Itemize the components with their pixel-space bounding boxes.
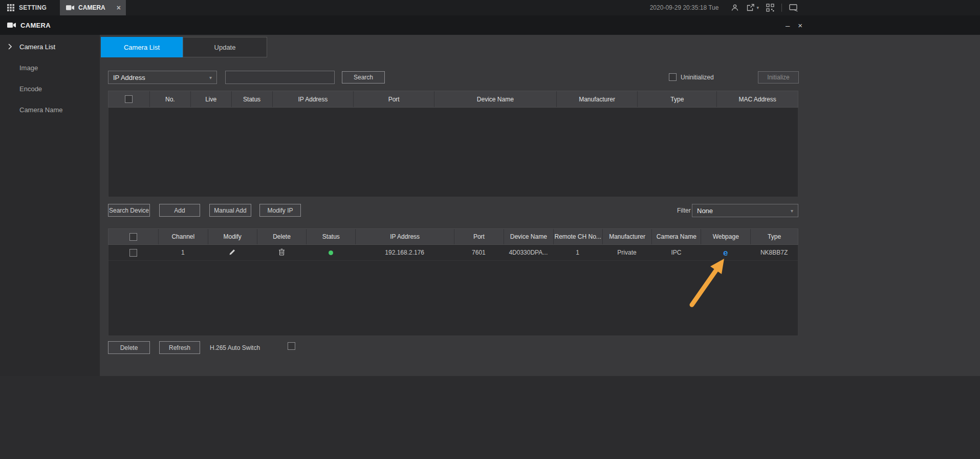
camera-icon xyxy=(66,5,74,11)
column-header[interactable]: Live xyxy=(190,91,231,107)
sidebar-item-camera-list[interactable]: Camera List xyxy=(0,36,100,57)
close-window-icon[interactable]: × xyxy=(798,21,802,30)
column-header[interactable]: Modify xyxy=(208,229,257,244)
column-header[interactable]: Manufacturer xyxy=(602,229,652,244)
sidebar-item-label: Image xyxy=(19,64,38,72)
filter-value: None xyxy=(697,207,713,215)
manufacturer-cell: Private xyxy=(602,249,652,256)
apps-grid-icon xyxy=(7,4,14,11)
add-button[interactable]: Add xyxy=(159,204,200,217)
setting-tab[interactable]: SETTING xyxy=(0,0,60,15)
column-header[interactable]: Channel xyxy=(158,229,208,244)
refresh-button[interactable]: Refresh xyxy=(159,341,200,354)
tab-camera-list[interactable]: Camera List xyxy=(101,37,183,57)
select-all-checkbox[interactable] xyxy=(129,233,137,241)
webpage-cell: e xyxy=(701,248,750,257)
qr-code-icon[interactable] xyxy=(766,4,774,12)
ie-browser-icon[interactable]: e xyxy=(723,248,728,257)
column-header[interactable]: Webpage xyxy=(701,229,750,244)
sidebar-item-encode[interactable]: Encode xyxy=(0,78,100,99)
camera-tab[interactable]: CAMERA × xyxy=(60,0,126,15)
column-header[interactable]: Manufacturer xyxy=(556,91,638,107)
status-cell xyxy=(306,251,355,255)
delete-button[interactable]: Delete xyxy=(108,341,150,354)
system-clock: 2020-09-29 20:35:18 Tue xyxy=(650,4,719,11)
column-header[interactable]: Status xyxy=(306,229,355,244)
select-all-checkbox[interactable] xyxy=(125,95,133,103)
sidebar-item-label: Camera Name xyxy=(19,106,63,114)
column-header[interactable]: Port xyxy=(454,229,504,244)
search-button[interactable]: Search xyxy=(342,71,385,84)
window-titlebar: CAMERA – × xyxy=(0,15,980,35)
search-device-button[interactable]: Search Device xyxy=(108,204,150,217)
sidebar-item-label: Camera List xyxy=(19,43,55,51)
setting-tab-label: SETTING xyxy=(19,4,47,11)
ip-address-cell: 192.168.2.176 xyxy=(355,249,454,256)
sidebar-item-camera-name[interactable]: Camera Name xyxy=(0,99,100,120)
camera-tab-label: CAMERA xyxy=(78,4,105,11)
column-header[interactable]: No. xyxy=(149,91,190,107)
pencil-icon[interactable] xyxy=(229,248,236,257)
column-header[interactable]: Port xyxy=(353,91,434,107)
h265-auto-switch-label: H.265 Auto Switch xyxy=(210,341,260,354)
uninitialized-checkbox[interactable] xyxy=(669,73,677,81)
modify-cell xyxy=(208,248,257,257)
added-camera-table: Channel Modify Delete Status IP Address … xyxy=(108,228,798,336)
topbar-divider xyxy=(781,4,782,12)
header-checkbox-cell xyxy=(108,229,158,244)
user-icon[interactable] xyxy=(731,4,739,12)
column-header[interactable]: Type xyxy=(750,229,798,244)
row-checkbox[interactable] xyxy=(129,249,137,257)
channel-cell: 1 xyxy=(158,249,208,256)
camera-name-cell: IPC xyxy=(651,249,701,256)
minimize-icon[interactable]: – xyxy=(786,21,790,30)
window-controls: – × xyxy=(786,15,802,35)
sidebar-item-image[interactable]: Image xyxy=(0,57,100,78)
column-header[interactable]: IP Address xyxy=(355,229,454,244)
nvr-screen: SETTING CAMERA × 2020-09-29 20:35:18 Tue… xyxy=(0,0,980,459)
chevron-right-icon xyxy=(8,44,12,51)
search-type-select[interactable]: IP Address ▾ xyxy=(108,71,217,84)
column-header[interactable]: MAC Address xyxy=(716,91,798,107)
column-header[interactable]: Device Name xyxy=(434,91,556,107)
column-header[interactable]: Delete xyxy=(257,229,307,244)
chevron-down-icon: ▾ xyxy=(209,75,212,80)
uninitialized-label: Uninitialized xyxy=(681,71,714,84)
modify-ip-button[interactable]: Modify IP xyxy=(259,204,301,217)
export-caret-icon: ▾ xyxy=(756,5,759,10)
display-mode-icon[interactable] xyxy=(789,4,798,12)
trash-icon[interactable] xyxy=(278,248,285,257)
header-checkbox-cell xyxy=(108,91,149,107)
camera-icon xyxy=(7,22,16,28)
delete-cell xyxy=(257,248,307,257)
manual-add-button[interactable]: Manual Add xyxy=(209,204,251,217)
initialize-button[interactable]: Initialize xyxy=(758,71,799,84)
column-header[interactable]: Device Name xyxy=(504,229,553,244)
close-tab-icon[interactable]: × xyxy=(117,4,121,11)
tab-update[interactable]: Update xyxy=(183,37,267,57)
table-row[interactable]: 1 192.168.2.176 7601 4D0330DPA... xyxy=(108,245,798,261)
top-taskbar: SETTING CAMERA × 2020-09-29 20:35:18 Tue… xyxy=(0,0,980,15)
status-online-icon xyxy=(329,251,333,255)
column-header[interactable]: Status xyxy=(231,91,272,107)
column-header[interactable]: Type xyxy=(637,91,716,107)
chevron-down-icon: ▾ xyxy=(791,208,793,214)
export-icon[interactable]: ▾ xyxy=(746,4,759,12)
camera-table-body: 1 192.168.2.176 7601 4D0330DPA... xyxy=(108,245,798,336)
remote-ch-cell: 1 xyxy=(553,249,602,256)
device-search-table: No. Live Status IP Address Port Device N… xyxy=(108,91,798,197)
window-title: CAMERA xyxy=(20,22,51,29)
filter-select[interactable]: None ▾ xyxy=(692,204,798,217)
topbar-right-tools: 2020-09-29 20:35:18 Tue ▾ xyxy=(650,0,798,15)
search-input[interactable] xyxy=(225,71,335,84)
filter-label: Filter xyxy=(677,204,691,217)
port-cell: 7601 xyxy=(454,249,504,256)
column-header[interactable]: Camera Name xyxy=(651,229,701,244)
h265-auto-switch-checkbox[interactable] xyxy=(288,342,295,350)
sidebar: Camera List Image Encode Camera Name xyxy=(0,35,100,376)
device-table-header: No. Live Status IP Address Port Device N… xyxy=(108,91,798,108)
column-header[interactable]: Remote CH No... xyxy=(553,229,602,244)
column-header[interactable]: IP Address xyxy=(272,91,354,107)
search-type-value: IP Address xyxy=(113,74,145,81)
window-title-group: CAMERA xyxy=(0,22,51,29)
